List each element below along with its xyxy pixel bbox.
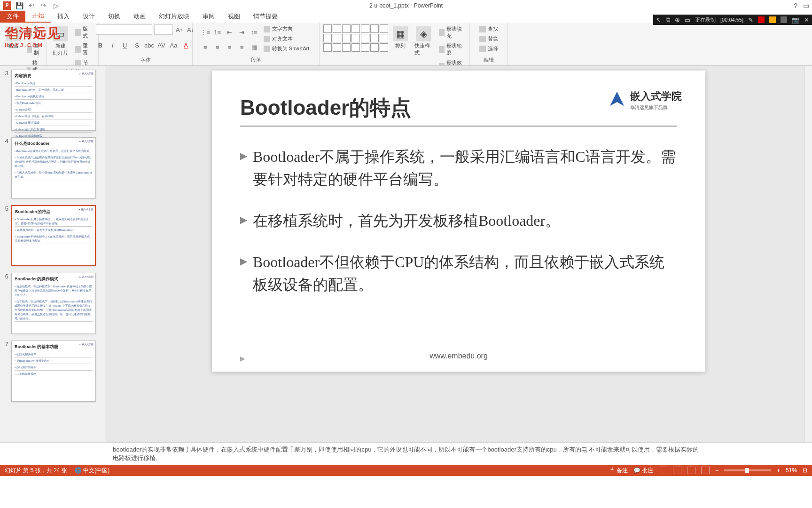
numbering-button[interactable]: 1≡: [213, 27, 222, 37]
slide-editor[interactable]: 嵌入式学院 华清远见旗下品牌 Bootloader的特点 ▶Bootloader…: [105, 66, 812, 442]
shape-tri-icon[interactable]: [361, 24, 369, 33]
replace-button[interactable]: 替换: [477, 34, 500, 43]
layout-button[interactable]: 版式: [73, 24, 94, 40]
copy-button[interactable]: 复制: [25, 41, 43, 57]
rec-zoom-icon[interactable]: ⊕: [675, 16, 680, 24]
slide-bullet[interactable]: ▶Bootloader不属于操作系统，一般采用汇编语言和C语言开发。需要针对特定…: [240, 145, 677, 190]
thumbnail-7[interactable]: 7▲ 嵌入式学院Bootloader的基本功能• 初始化相关硬件• 把Bootl…: [2, 341, 103, 402]
case-button[interactable]: Aa: [169, 40, 179, 50]
zoom-level[interactable]: 51%: [786, 467, 797, 474]
tab-storyboard[interactable]: 情节提要: [247, 10, 284, 23]
ribbon-display-icon[interactable]: ▭: [803, 2, 809, 9]
zoom-in-button[interactable]: +: [777, 467, 780, 474]
shape-icon[interactable]: [380, 34, 388, 42]
spacing-button[interactable]: AV: [157, 40, 166, 50]
quick-styles-button[interactable]: ◈快速样式: [413, 24, 434, 58]
thumbnail-6[interactable]: 6▲ 嵌入式学院Bootloader的操作模式• 自启动模式：在这种模式下，Bo…: [2, 273, 103, 334]
sorter-view-button[interactable]: [673, 467, 681, 474]
tab-insert[interactable]: 插入: [51, 10, 76, 23]
paste-button[interactable]: 📋 粘贴: [4, 24, 23, 51]
notes-pane[interactable]: bootloader的实现非常依赖于具体硬件，在嵌入式系统中硬件配置千差万别，即…: [0, 442, 812, 465]
tab-slideshow[interactable]: 幻灯片放映: [152, 10, 196, 23]
shape-arrow-icon[interactable]: [351, 24, 360, 33]
slide-bullet[interactable]: ▶Bootloader不但依赖于CPU的体系结构，而且依赖于嵌入式系统板级设备的…: [240, 251, 677, 296]
slide-bullet[interactable]: ▶在移植系统时，首先为开发板移植Bootloader。: [240, 209, 677, 232]
shape-icon[interactable]: [361, 43, 369, 52]
increase-font-icon[interactable]: A↑: [175, 25, 184, 34]
rec-stop-button[interactable]: [781, 16, 787, 23]
slide-canvas[interactable]: 嵌入式学院 华清远见旗下品牌 Bootloader的特点 ▶Bootloader…: [212, 71, 705, 372]
bullets-button[interactable]: ⋮≡: [201, 27, 210, 37]
bold-button[interactable]: B: [96, 40, 105, 50]
underline-button[interactable]: U: [120, 40, 130, 50]
align-center-button[interactable]: ≡: [213, 42, 222, 52]
rec-camera-icon[interactable]: 📷: [792, 16, 799, 24]
tab-file[interactable]: 文件: [0, 10, 25, 23]
shape-icon[interactable]: [342, 34, 351, 42]
shape-icon[interactable]: [351, 43, 360, 52]
shape-icon[interactable]: [342, 43, 351, 52]
shape-icon[interactable]: [323, 34, 332, 42]
save-icon[interactable]: 💾: [15, 1, 23, 10]
thumb-preview[interactable]: ▲ 嵌入式学院什么是Bootloader• Bootloader是硬件启动的引导…: [11, 137, 96, 198]
select-button[interactable]: 选择: [477, 44, 500, 53]
shape-icon[interactable]: [333, 43, 341, 52]
slide-body[interactable]: ▶Bootloader不属于操作系统，一般采用汇编语言和C语言开发。需要针对特定…: [240, 145, 677, 296]
shape-fill-button[interactable]: 形状填充: [437, 24, 466, 40]
thumb-preview[interactable]: ▲ 嵌入式学院内容摘要• Bootloader简介• Bootloader特点、…: [11, 70, 96, 131]
strikethrough-button[interactable]: S: [133, 40, 142, 50]
comments-toggle[interactable]: 💬 批注: [633, 467, 653, 475]
language-indicator[interactable]: 🌐 中文(中国): [75, 467, 109, 475]
align-left-button[interactable]: ≡: [201, 42, 210, 52]
rec-record-button[interactable]: [758, 16, 765, 23]
text-direction-button[interactable]: 文字方向: [262, 24, 311, 33]
tab-view[interactable]: 视图: [221, 10, 247, 23]
thumb-preview[interactable]: ▲ 嵌入式学院Bootloader的操作模式• 自启动模式：在这种模式下，Boo…: [11, 273, 96, 334]
tab-animations[interactable]: 动画: [127, 10, 152, 23]
shape-icon[interactable]: [333, 34, 341, 42]
notes-toggle[interactable]: ≜ 备注: [610, 467, 627, 475]
shape-icon[interactable]: [370, 43, 379, 52]
fit-to-window-button[interactable]: ⊡: [803, 467, 807, 474]
normal-view-button[interactable]: [659, 467, 667, 474]
thumbnail-5[interactable]: 5▲ 嵌入式学院Bootloader的特点• Bootloader不属于操作系统…: [2, 205, 103, 266]
font-color-button[interactable]: A: [181, 40, 191, 50]
cut-button[interactable]: 剪切: [25, 24, 43, 40]
shape-line-icon[interactable]: [333, 24, 341, 33]
align-text-button[interactable]: 对齐文本: [262, 34, 311, 43]
slideshow-view-button[interactable]: [701, 467, 710, 474]
rec-copy-icon[interactable]: ⧉: [666, 16, 670, 24]
decrease-indent-button[interactable]: ⇤: [225, 27, 234, 37]
shape-icon[interactable]: [351, 34, 360, 42]
shapes-gallery[interactable]: [323, 24, 388, 52]
justify-button[interactable]: ≡: [237, 42, 247, 52]
app-icon[interactable]: P: [3, 1, 11, 10]
rec-pause-button[interactable]: [769, 16, 776, 23]
italic-button[interactable]: I: [108, 40, 117, 50]
rec-close-icon[interactable]: ✕: [804, 16, 809, 24]
shape-rect-icon[interactable]: [323, 24, 332, 33]
find-button[interactable]: 查找: [477, 24, 500, 33]
shadow-button[interactable]: abc: [145, 40, 154, 50]
shape-icon[interactable]: [323, 43, 332, 52]
shape-outline-button[interactable]: 形状轮廓: [437, 41, 466, 57]
shape-icon[interactable]: [380, 24, 388, 33]
redo-icon[interactable]: ↷: [39, 1, 48, 10]
rec-pen-icon[interactable]: ✎: [748, 16, 753, 24]
tab-design[interactable]: 设计: [76, 10, 102, 23]
slide-scrollbar[interactable]: [804, 66, 812, 442]
new-slide-button[interactable]: ▭ 新建 幻灯片: [51, 24, 70, 58]
columns-button[interactable]: ▦: [250, 42, 259, 52]
slideshow-start-icon[interactable]: ▷: [52, 1, 60, 10]
reading-view-button[interactable]: [687, 467, 695, 474]
align-right-button[interactable]: ≡: [225, 42, 234, 52]
line-spacing-button[interactable]: ↕≡: [250, 27, 259, 37]
thumbnail-4[interactable]: 4▲ 嵌入式学院什么是Bootloader• Bootloader是硬件启动的引…: [2, 137, 103, 198]
reset-button[interactable]: 重置: [73, 41, 94, 57]
thumb-preview[interactable]: ▲ 嵌入式学院Bootloader的基本功能• 初始化相关硬件• 把Bootlo…: [11, 341, 96, 402]
zoom-out-button[interactable]: −: [715, 467, 718, 474]
convert-smartart-button[interactable]: 转换为 SmartArt: [262, 44, 311, 53]
tab-review[interactable]: 审阅: [196, 10, 221, 23]
rec-cursor-icon[interactable]: ↖: [656, 16, 661, 24]
thumbnail-3[interactable]: 3▲ 嵌入式学院内容摘要• Bootloader简介• Bootloader特点…: [2, 70, 103, 131]
